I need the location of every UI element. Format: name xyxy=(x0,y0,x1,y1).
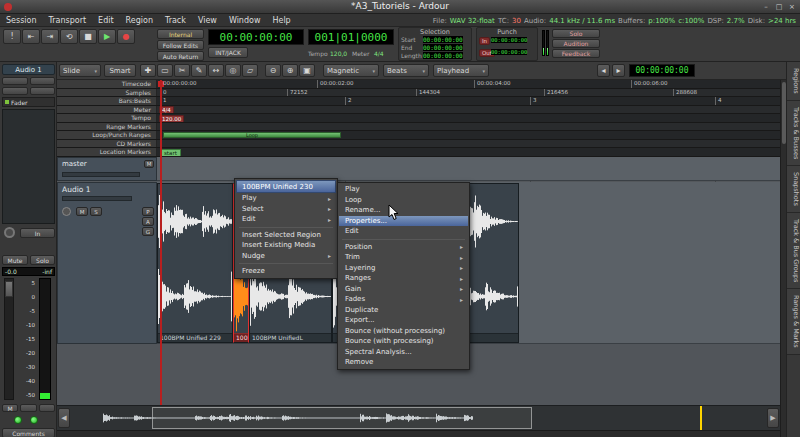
mute-button[interactable]: Mute xyxy=(2,255,28,265)
strip-solo-button[interactable]: Solo xyxy=(30,255,55,265)
submenu-item-rename[interactable]: Rename... xyxy=(339,205,468,216)
gain-display[interactable]: -0.0 -inf xyxy=(2,267,55,276)
fader-automation-button[interactable]: Fader xyxy=(2,97,55,107)
submenu-item-gain[interactable]: Gain▸ xyxy=(339,284,468,295)
close-button[interactable]: × xyxy=(786,2,798,12)
strip-io-button-2[interactable] xyxy=(30,77,55,85)
maximize-button[interactable]: □ xyxy=(773,2,785,12)
stretch-tool-button[interactable]: ↔ xyxy=(208,64,224,77)
summary-scroll-right-button[interactable]: ▶ xyxy=(767,408,779,428)
menu-item-freeze[interactable]: Freeze xyxy=(236,266,336,277)
follow-edits-button[interactable]: Follow Edits xyxy=(157,40,204,50)
menu-item-select[interactable]: Select▸ xyxy=(236,204,336,215)
submenu-item-bounce-with-processing[interactable]: Bounce (with processing) xyxy=(339,336,468,347)
submenu-item-properties[interactable]: Properties... xyxy=(339,216,468,227)
feedback-button[interactable]: Feedback xyxy=(552,49,600,58)
solo-global-button[interactable]: Solo xyxy=(552,29,600,38)
menu-item[interactable]: Help xyxy=(266,16,296,25)
submenu-item-bounce-without-processing[interactable]: Bounce (without processing) xyxy=(339,326,468,337)
menu-item[interactable]: Session xyxy=(0,16,43,25)
menu-item[interactable]: Region xyxy=(120,16,159,25)
submenu-item-ranges[interactable]: Ranges▸ xyxy=(339,273,468,284)
submenu-item-fades[interactable]: Fades▸ xyxy=(339,294,468,305)
bars-beats-ruler[interactable]: Bars:Beats 1 2 3 4 xyxy=(57,97,786,106)
internal-sync-button[interactable]: Internal xyxy=(157,29,204,39)
solo-safe-led[interactable] xyxy=(30,416,38,424)
submenu-item-position[interactable]: Position▸ xyxy=(339,242,468,253)
grab-tool-button[interactable]: ✚ xyxy=(140,64,156,77)
metering-point-button[interactable]: M xyxy=(2,404,18,412)
playhead-line[interactable] xyxy=(160,80,162,405)
auto-return-button[interactable]: Auto Return xyxy=(157,51,204,61)
submenu-item-play[interactable]: Play xyxy=(339,184,468,195)
stop-button[interactable]: ■ xyxy=(79,29,97,44)
go-end-button[interactable]: ⇥ xyxy=(41,29,59,44)
region-100bpm-unified-229[interactable]: 100BPM Unified 229 xyxy=(157,183,233,343)
play-button[interactable]: ▶ xyxy=(98,29,116,44)
menu-item[interactable]: View xyxy=(192,16,223,25)
submenu-item-spectral-analysis[interactable]: Spectral Analysis... xyxy=(339,347,468,358)
submenu-item-trim[interactable]: Trim▸ xyxy=(339,252,468,263)
menu-item-play[interactable]: Play▸ xyxy=(236,193,336,204)
zoom-out-button[interactable]: ⊖ xyxy=(265,64,281,77)
strip-io-button-1[interactable] xyxy=(2,77,28,85)
session-summary[interactable]: ◀ ▶ xyxy=(57,405,780,430)
edit-internal-tool-button[interactable]: ▱ xyxy=(242,64,258,77)
submenu-item-remove[interactable]: Remove xyxy=(339,357,468,368)
audio1-mute-button[interactable]: M xyxy=(76,207,88,216)
audio1-playlist-button[interactable]: P xyxy=(142,207,154,216)
audio1-record-enable[interactable] xyxy=(62,207,71,216)
start-location-marker[interactable]: start xyxy=(161,149,181,156)
gain-fader[interactable] xyxy=(4,278,14,400)
draw-tool-button[interactable]: ✎ xyxy=(191,64,207,77)
submenu-item-layering[interactable]: Layering▸ xyxy=(339,263,468,274)
meter-value[interactable]: 4/4 xyxy=(374,50,384,57)
punch-in-button[interactable]: In xyxy=(479,37,490,45)
samples-ruler[interactable]: Samples 0 72152 144304 216456 288608 xyxy=(57,89,786,98)
timecode-ruler[interactable]: Timecode 00:00:00:00 00:00:02:00 00:00:0… xyxy=(57,80,786,89)
loop-punch-ruler[interactable]: Loop/Punch Ranges Loop xyxy=(57,131,786,140)
solo-isolate-led[interactable] xyxy=(14,416,22,424)
nudge-clock[interactable]: 00:00:00:00 xyxy=(629,64,695,77)
audition-button[interactable]: Audition xyxy=(552,39,600,48)
menu-item-insert-selected-region[interactable]: Insert Selected Region xyxy=(236,230,336,241)
submenu-item-edit[interactable]: Edit xyxy=(339,226,468,237)
punch-in-value[interactable]: 00:00:00:00 xyxy=(491,37,527,43)
range-tool-button[interactable]: ▭ xyxy=(157,64,173,77)
sync-source-button[interactable]: INT/JACK xyxy=(208,47,248,58)
record-button[interactable]: ● xyxy=(117,29,135,44)
sel-start-value[interactable]: 00:00:00:00 xyxy=(423,36,463,43)
submenu-item-duplicate[interactable]: Duplicate xyxy=(339,305,468,316)
sidebar-tab[interactable]: Ranges & Marks xyxy=(787,289,800,355)
nudge-forward-button[interactable]: ▸ xyxy=(612,64,625,77)
sidebar-tab[interactable]: Regions xyxy=(787,62,800,101)
zoom-focus-dropdown[interactable]: Playhead▾ xyxy=(433,64,489,77)
zoom-in-button[interactable]: ⊕ xyxy=(282,64,298,77)
tempo-marker[interactable]: 120.00 xyxy=(159,115,184,122)
tempo-value[interactable]: 120,0 xyxy=(330,50,347,57)
master-track-header[interactable]: master M xyxy=(57,157,157,181)
loop-range-marker[interactable]: Loop xyxy=(163,132,341,138)
tempo-ruler[interactable]: Tempo 120.00 xyxy=(57,114,786,123)
loop-button[interactable]: ⟲ xyxy=(60,29,78,44)
punch-out-value[interactable]: 00:00:00:00 xyxy=(491,49,527,55)
sel-end-value[interactable]: 00:00:00:00 xyxy=(423,44,463,51)
sidebar-tab[interactable]: Tracks & Busses xyxy=(787,101,800,166)
sel-length-value[interactable]: 00:00:00:00 xyxy=(423,52,463,59)
strip-small-button-1[interactable] xyxy=(20,404,37,412)
minimize-button[interactable]: – xyxy=(760,2,772,12)
strip-button-4[interactable] xyxy=(30,87,55,95)
sidebar-tab[interactable]: Snapshots xyxy=(787,166,800,213)
cd-markers-ruler[interactable]: CD Markers xyxy=(57,140,786,149)
menu-item-nudge[interactable]: Nudge▸ xyxy=(236,251,336,262)
range-markers-ruler[interactable]: Range Markers xyxy=(57,123,786,132)
menu-item-edit[interactable]: Edit▸ xyxy=(236,214,336,225)
audio1-track-name[interactable]: Audio 1 xyxy=(62,185,90,194)
location-markers-ruler[interactable]: Location Markers start xyxy=(57,148,786,157)
menu-item[interactable]: Transport xyxy=(43,16,93,25)
menu-item[interactable]: Track xyxy=(159,16,192,25)
secondary-clock[interactable]: 001|01|0000 xyxy=(308,29,394,45)
primary-clock[interactable]: 00:00:00:00 xyxy=(208,29,304,45)
processor-box[interactable] xyxy=(2,109,55,224)
sidebar-tab[interactable]: Track & Bus Groups xyxy=(787,213,800,289)
